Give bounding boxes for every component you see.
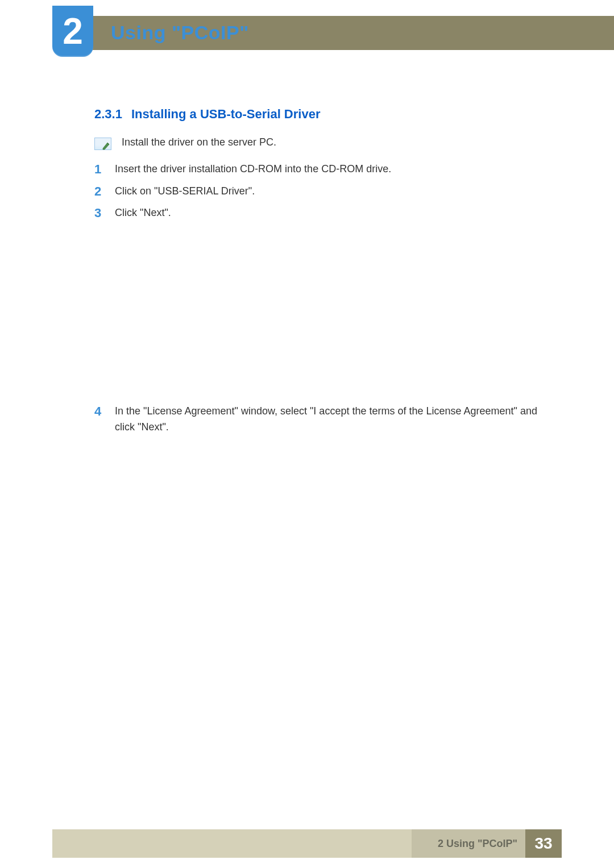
footer-bar bbox=[52, 829, 412, 858]
chapter-number-badge: 2 bbox=[52, 6, 93, 57]
chapter-title: Using "PCoIP" bbox=[111, 22, 249, 44]
step-number: 3 bbox=[94, 205, 105, 222]
footer-page-number: 33 bbox=[525, 829, 562, 858]
note-row: Install the driver on the server PC. bbox=[94, 136, 557, 150]
section-number: 2.3.1 bbox=[94, 107, 122, 121]
step-row: 4 In the "License Agreement" window, sel… bbox=[94, 404, 557, 435]
step-text: Click "Next". bbox=[115, 205, 557, 221]
step-text: Click on "USB-SERIAL Driver". bbox=[115, 184, 557, 200]
step-row: 3 Click "Next". bbox=[94, 205, 557, 222]
section-heading: 2.3.1Installing a USB-to-Serial Driver bbox=[94, 107, 557, 122]
page-content: 2.3.1Installing a USB-to-Serial Driver I… bbox=[94, 107, 557, 441]
screenshot-placeholder bbox=[94, 227, 557, 404]
step-number: 4 bbox=[94, 404, 105, 420]
step-number: 2 bbox=[94, 184, 105, 200]
footer-chapter-label: 2 Using "PCoIP" bbox=[412, 829, 525, 858]
step-text: Insert the driver installation CD-ROM in… bbox=[115, 161, 557, 177]
section-title: Installing a USB-to-Serial Driver bbox=[131, 107, 321, 121]
step-number: 1 bbox=[94, 161, 105, 178]
note-icon bbox=[94, 138, 111, 150]
step-row: 2 Click on "USB-SERIAL Driver". bbox=[94, 184, 557, 200]
page-footer: 2 Using "PCoIP" 33 bbox=[52, 829, 562, 858]
note-text: Install the driver on the server PC. bbox=[122, 136, 276, 148]
step-text: In the "License Agreement" window, selec… bbox=[115, 404, 557, 435]
step-row: 1 Insert the driver installation CD-ROM … bbox=[94, 161, 557, 178]
